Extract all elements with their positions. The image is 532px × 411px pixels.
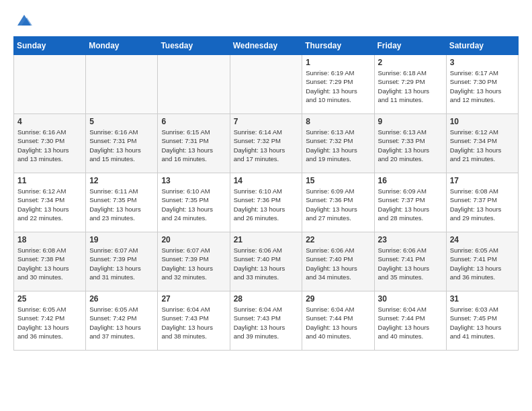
calendar-cell [86,55,158,114]
logo-icon [15,11,34,30]
day-info: Sunrise: 6:14 AMSunset: 7:32 PMDaylight:… [234,128,299,163]
day-info: Sunrise: 6:18 AMSunset: 7:29 PMDaylight:… [378,68,443,104]
calendar-cell: 23Sunrise: 6:06 AMSunset: 7:41 PMDayligh… [374,232,446,291]
page: SundayMondayTuesdayWednesdayThursdayFrid… [0,0,532,361]
day-number: 25 [17,294,82,304]
day-info: Sunrise: 6:13 AMSunset: 7:33 PMDaylight:… [378,128,443,163]
day-info: Sunrise: 6:07 AMSunset: 7:39 PMDaylight:… [161,246,226,281]
day-number: 26 [89,294,154,304]
calendar-cell: 20Sunrise: 6:07 AMSunset: 7:39 PMDayligh… [158,232,230,291]
day-number: 13 [161,176,226,185]
day-number: 12 [89,176,154,185]
day-info: Sunrise: 6:08 AMSunset: 7:37 PMDaylight:… [450,187,515,222]
day-number: 22 [306,235,370,244]
calendar-cell [14,55,86,114]
day-number: 18 [17,235,82,244]
calendar-week-row: 18Sunrise: 6:08 AMSunset: 7:38 PMDayligh… [14,232,519,291]
day-number: 8 [306,117,370,126]
calendar-cell: 3Sunrise: 6:17 AMSunset: 7:30 PMDaylight… [446,55,518,114]
day-info: Sunrise: 6:04 AMSunset: 7:44 PMDaylight:… [378,305,443,340]
calendar-cell: 15Sunrise: 6:09 AMSunset: 7:36 PMDayligh… [302,173,374,232]
day-number: 20 [161,235,226,244]
day-info: Sunrise: 6:07 AMSunset: 7:39 PMDaylight:… [89,246,154,281]
day-info: Sunrise: 6:05 AMSunset: 7:42 PMDaylight:… [17,305,82,340]
calendar-cell: 9Sunrise: 6:13 AMSunset: 7:33 PMDaylight… [374,114,446,173]
calendar-header-row: SundayMondayTuesdayWednesdayThursdayFrid… [14,37,519,55]
day-info: Sunrise: 6:04 AMSunset: 7:43 PMDaylight:… [161,305,226,340]
calendar-cell: 21Sunrise: 6:06 AMSunset: 7:40 PMDayligh… [230,232,302,291]
calendar-cell: 29Sunrise: 6:04 AMSunset: 7:44 PMDayligh… [302,291,374,351]
day-info: Sunrise: 6:08 AMSunset: 7:38 PMDaylight:… [17,246,82,281]
calendar-cell: 22Sunrise: 6:06 AMSunset: 7:40 PMDayligh… [302,232,374,291]
day-number: 24 [450,235,515,244]
day-number: 3 [450,58,515,67]
weekday-header-thursday: Thursday [302,37,374,55]
calendar-table: SundayMondayTuesdayWednesdayThursdayFrid… [13,36,519,351]
calendar-week-row: 25Sunrise: 6:05 AMSunset: 7:42 PMDayligh… [14,291,519,351]
day-info: Sunrise: 6:15 AMSunset: 7:31 PMDaylight:… [161,128,226,163]
day-info: Sunrise: 6:06 AMSunset: 7:41 PMDaylight:… [378,246,443,281]
day-number: 7 [234,117,299,126]
day-info: Sunrise: 6:06 AMSunset: 7:40 PMDaylight:… [306,246,370,281]
calendar-cell [158,55,230,114]
calendar-cell: 10Sunrise: 6:12 AMSunset: 7:34 PMDayligh… [446,114,518,173]
calendar-cell: 19Sunrise: 6:07 AMSunset: 7:39 PMDayligh… [86,232,158,291]
day-number: 5 [89,117,154,126]
day-info: Sunrise: 6:10 AMSunset: 7:35 PMDaylight:… [161,187,226,222]
weekday-header-tuesday: Tuesday [158,37,230,55]
weekday-header-friday: Friday [374,37,446,55]
day-info: Sunrise: 6:03 AMSunset: 7:45 PMDaylight:… [450,305,515,340]
day-number: 17 [450,176,515,185]
calendar-cell: 14Sunrise: 6:10 AMSunset: 7:36 PMDayligh… [230,173,302,232]
weekday-header-monday: Monday [86,37,158,55]
calendar-cell: 31Sunrise: 6:03 AMSunset: 7:45 PMDayligh… [446,291,518,351]
day-info: Sunrise: 6:09 AMSunset: 7:37 PMDaylight:… [378,187,443,222]
day-number: 9 [378,117,443,126]
day-number: 30 [378,294,443,304]
calendar-cell: 13Sunrise: 6:10 AMSunset: 7:35 PMDayligh… [158,173,230,232]
calendar-cell: 1Sunrise: 6:19 AMSunset: 7:29 PMDaylight… [302,55,374,114]
calendar-cell: 7Sunrise: 6:14 AMSunset: 7:32 PMDaylight… [230,114,302,173]
calendar-cell [230,55,302,114]
weekday-header-wednesday: Wednesday [230,37,302,55]
day-number: 21 [234,235,299,244]
day-info: Sunrise: 6:12 AMSunset: 7:34 PMDaylight:… [17,187,82,222]
calendar-week-row: 11Sunrise: 6:12 AMSunset: 7:34 PMDayligh… [14,173,519,232]
header [13,11,519,30]
day-number: 11 [17,176,82,185]
day-number: 27 [161,294,226,304]
day-info: Sunrise: 6:05 AMSunset: 7:41 PMDaylight:… [450,246,515,281]
calendar-cell: 27Sunrise: 6:04 AMSunset: 7:43 PMDayligh… [158,291,230,351]
day-info: Sunrise: 6:13 AMSunset: 7:32 PMDaylight:… [306,128,370,163]
weekday-header-saturday: Saturday [446,37,518,55]
day-number: 15 [306,176,370,185]
day-info: Sunrise: 6:04 AMSunset: 7:43 PMDaylight:… [234,305,299,340]
day-number: 14 [234,176,299,185]
calendar-cell: 28Sunrise: 6:04 AMSunset: 7:43 PMDayligh… [230,291,302,351]
day-number: 6 [161,117,226,126]
day-number: 2 [378,58,443,67]
day-info: Sunrise: 6:12 AMSunset: 7:34 PMDaylight:… [450,128,515,163]
day-number: 28 [234,294,299,304]
day-info: Sunrise: 6:17 AMSunset: 7:30 PMDaylight:… [450,68,515,104]
calendar-cell: 6Sunrise: 6:15 AMSunset: 7:31 PMDaylight… [158,114,230,173]
calendar-cell: 11Sunrise: 6:12 AMSunset: 7:34 PMDayligh… [14,173,86,232]
calendar-cell: 12Sunrise: 6:11 AMSunset: 7:35 PMDayligh… [86,173,158,232]
calendar-cell: 18Sunrise: 6:08 AMSunset: 7:38 PMDayligh… [14,232,86,291]
day-number: 10 [450,117,515,126]
calendar-week-row: 1Sunrise: 6:19 AMSunset: 7:29 PMDaylight… [14,55,519,114]
day-info: Sunrise: 6:16 AMSunset: 7:31 PMDaylight:… [89,128,154,163]
day-number: 1 [306,58,370,67]
day-info: Sunrise: 6:06 AMSunset: 7:40 PMDaylight:… [234,246,299,281]
calendar-cell: 16Sunrise: 6:09 AMSunset: 7:37 PMDayligh… [374,173,446,232]
calendar-cell: 30Sunrise: 6:04 AMSunset: 7:44 PMDayligh… [374,291,446,351]
calendar-cell: 24Sunrise: 6:05 AMSunset: 7:41 PMDayligh… [446,232,518,291]
logo [13,11,34,30]
day-info: Sunrise: 6:04 AMSunset: 7:44 PMDaylight:… [306,305,370,340]
day-number: 23 [378,235,443,244]
day-number: 29 [306,294,370,304]
day-info: Sunrise: 6:05 AMSunset: 7:42 PMDaylight:… [89,305,154,340]
day-number: 16 [378,176,443,185]
calendar-cell: 5Sunrise: 6:16 AMSunset: 7:31 PMDaylight… [86,114,158,173]
day-info: Sunrise: 6:09 AMSunset: 7:36 PMDaylight:… [306,187,370,222]
